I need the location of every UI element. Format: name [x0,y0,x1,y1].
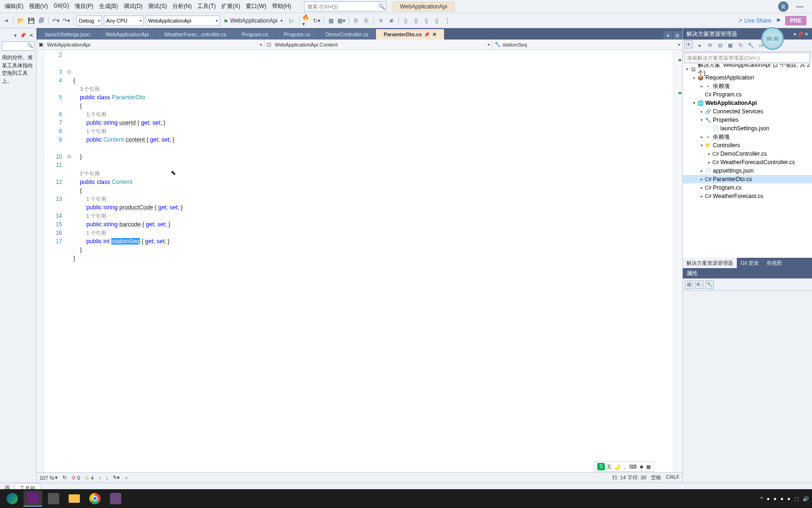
ime-toolbar[interactable]: S 五 🌙 ， ⌨ ☻ ▦ [594,461,654,472]
tree-node[interactable]: ▸C#WeatherForecastController.cs [683,158,812,167]
tree-node[interactable]: ▾📁Controllers [683,141,812,150]
comment-icon[interactable]: ≡ [377,16,385,25]
ime-comma-icon[interactable]: ， [622,463,627,470]
windows-taskbar[interactable]: ^ ● ● ● ● ⬚ 🔊 [0,489,812,508]
tab-settings-icon[interactable]: ⚙ [673,31,681,40]
code-text[interactable]: ⬉ { 3 个引用 public class ParamterDto { 1 个… [72,50,673,472]
tree-node[interactable]: ▸C#Program.cs [683,183,812,192]
tb-icon-5[interactable]: ▯ [412,16,421,25]
menu-item[interactable]: 工具(T) [195,1,219,12]
startup-select[interactable]: WebApplicationApi [146,16,220,26]
refresh-icon[interactable]: ↻ [62,475,67,481]
overflow-icon[interactable]: ⋮ [443,16,452,25]
user-avatar[interactable]: 吴 [778,1,789,12]
tb-icon-6[interactable]: ▯ [422,16,431,25]
menu-item[interactable]: 视图(V) [26,1,51,12]
breakpoint-margin[interactable] [37,50,44,472]
menu-item[interactable]: 编辑(E) [2,1,26,12]
tree-node[interactable]: ▸▫依赖项 [683,82,812,90]
tree-node[interactable]: 📄launchSettings.json [683,124,812,133]
nav-type-dropdown[interactable]: ◫WebApplicationApi.Content [265,40,492,49]
taskbar-vs[interactable] [23,491,42,507]
solution-tree[interactable]: ▾⊡解决方案 'WebApplicationApi' (2 个项目, 共 2 个… [683,64,812,258]
se-collapse-icon[interactable]: ⊟ [716,41,724,50]
se-refresh-icon[interactable]: ↻ [736,41,745,50]
editor-tab[interactable]: ParamterDto.cs📌✕ [376,29,444,40]
se-tab[interactable]: Git 更改 [737,258,763,268]
step-icon[interactable]: ↻▾ [312,16,321,25]
tree-node[interactable]: ▾🔧Properties [683,116,812,124]
editor-tab[interactable]: DemoController.cs [318,29,376,40]
save-icon[interactable]: 💾 [27,16,35,25]
se-dropdown-icon[interactable]: ▾ 📌 ✕ [794,32,808,37]
tray-icon[interactable]: ● [766,496,770,501]
ime-moon-icon[interactable]: 🌙 [614,464,620,470]
close-icon[interactable]: ✕ [432,32,437,38]
taskbar-explorer[interactable] [65,491,84,507]
tb-icon-3[interactable]: ⎘ [352,16,360,25]
ime-face-icon[interactable]: ☻ [639,464,644,469]
zoom-control[interactable]: 107 % ▾ [39,475,58,481]
nav-down-icon[interactable]: ↓ [106,475,109,481]
uncomment-icon[interactable]: ≢ [387,16,396,25]
preview-badge[interactable]: PRE [785,16,806,25]
taskbar-edge[interactable] [3,491,22,507]
taskbar-app3[interactable] [44,491,63,507]
tb-icon-7[interactable]: ▯ [433,16,441,25]
se-sync-icon[interactable]: ⟲ [705,41,714,50]
editor-tab[interactable]: WeatherForec...ontroller.cs [157,29,234,40]
menu-item[interactable]: 测试(S) [145,1,170,12]
tree-node[interactable]: C#Program.cs [683,90,812,99]
pin2-icon[interactable]: 📌 [20,32,26,39]
tray-icon[interactable]: ● [787,496,790,501]
tree-node[interactable]: ▸C#DemoController.cs [683,150,812,158]
menu-item[interactable]: 扩展(X) [219,1,243,12]
arrow-left-small-icon[interactable]: ◂ [125,475,127,481]
liveshare-button[interactable]: ↗Live Share [738,17,771,24]
ime-kb-icon[interactable]: ⌨ [629,464,637,470]
tray-up-icon[interactable]: ^ [760,496,763,501]
run-button[interactable]: ▶WebApplicationApi▾ [222,16,286,26]
pin-icon[interactable]: ▾ [14,32,17,39]
props-cat-icon[interactable]: ▤ [685,280,693,289]
menu-item[interactable]: Git(G) [51,1,72,12]
nav-project-dropdown[interactable]: ▣WebApplicationApi [37,40,265,49]
tree-node[interactable]: ▾🌐WebApplicationApi [683,99,812,107]
tab-overflow-icon[interactable]: ▾ [664,31,672,40]
tb-icon-4[interactable]: ⎘ [362,16,371,25]
ime-grid-icon[interactable]: ▦ [646,464,651,470]
nav-back-icon[interactable]: ◦▾ [2,16,10,25]
global-search[interactable]: 🔍 [304,1,386,11]
indent-type[interactable]: 空格 [651,474,661,481]
tray-icon[interactable]: ● [773,496,777,501]
redo-icon[interactable]: ↷▾ [62,16,70,25]
overview-ruler[interactable] [673,50,682,472]
se-props-icon[interactable]: 🔧 [747,41,755,50]
props-wrench-icon[interactable]: 🔧 [705,280,714,289]
hot-reload-icon[interactable]: 🔥▾ [302,16,311,25]
se-showall-icon[interactable]: ▦ [726,41,734,50]
line-ending[interactable]: CRLF [666,474,679,481]
fold-margin[interactable]: ⊟⊟ [66,50,72,472]
editor-tab[interactable]: WebApplicationApi [98,29,156,40]
undo-icon[interactable]: ↶▾ [52,16,60,25]
toolbox-search[interactable] [2,41,34,51]
editor-tab[interactable]: Program.cs [234,29,276,40]
platform-select[interactable]: Any CPU [104,16,144,26]
error-count[interactable]: ⊘0 [71,475,80,481]
props-az-icon[interactable]: A↓ [695,280,703,289]
tray-network-icon[interactable]: ⬚ [794,496,799,502]
save-all-icon[interactable]: 🗐 [37,16,46,25]
menu-item[interactable]: 窗口(W) [243,1,269,12]
search-input[interactable] [304,4,377,9]
tray-volume-icon[interactable]: 🔊 [803,496,809,502]
editor-tab[interactable]: launchSettings.json [38,29,98,40]
tb-icon-1[interactable]: ▦ [327,16,336,25]
start-no-debug-icon[interactable]: ▷ [288,16,296,25]
menu-item[interactable]: 生成(B) [96,1,121,12]
se-back-icon[interactable]: ◂ [695,41,703,50]
menu-item[interactable]: 项目(P) [72,1,96,12]
menu-item[interactable]: 分析(N) [170,1,195,12]
warning-count[interactable]: ⚠4 [85,475,94,481]
tree-node[interactable]: ▸C#ParamterDto.cs [683,175,812,183]
